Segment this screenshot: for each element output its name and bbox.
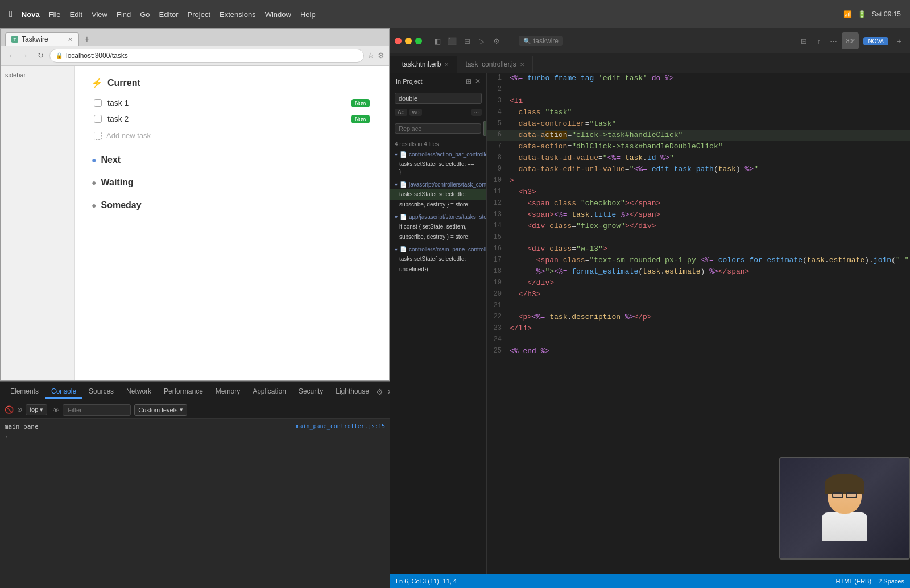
- extensions-button[interactable]: ⚙: [378, 51, 384, 60]
- webcam-overlay: [779, 457, 910, 560]
- apple-icon[interactable]: : [9, 9, 13, 19]
- menu-editor[interactable]: Editor: [159, 10, 179, 19]
- play-icon[interactable]: ▷: [475, 35, 488, 47]
- menu-edit[interactable]: Edit: [70, 10, 82, 19]
- person-hair: [825, 474, 864, 494]
- file-search-input[interactable]: [395, 93, 482, 104]
- editor-tabs: _task.html.erb ✕ task_controller.js ✕: [390, 53, 910, 73]
- code-line-12: 12 <span class="checkbox"></span>: [487, 198, 910, 209]
- result-path-2[interactable]: ▾ 📄 javascript/controllers/task_controll…: [390, 180, 486, 189]
- devtools-tab-application[interactable]: Application: [247, 385, 292, 399]
- devtools-tab-sources[interactable]: Sources: [83, 385, 119, 399]
- devtools-tab-security[interactable]: Security: [293, 385, 329, 399]
- result-match[interactable]: tasks.setState{ selectedId:: [390, 254, 486, 264]
- task-2-checkbox[interactable]: [94, 115, 102, 123]
- log-source[interactable]: main_pane_controller.js:15: [296, 423, 385, 430]
- devtools-console-toolbar: 🚫 ⊘ top ▾ 👁 Custom levels ▾: [0, 401, 390, 419]
- menu-project[interactable]: Project: [188, 10, 210, 19]
- line-num-1: 1: [487, 73, 507, 84]
- menu-find[interactable]: Find: [117, 10, 131, 19]
- menu-extensions[interactable]: Extensions: [220, 10, 256, 19]
- settings-icon[interactable]: ⚙: [490, 35, 503, 47]
- url-text: localhost:3000/tasks: [66, 52, 128, 60]
- minimize-traffic-light[interactable]: [405, 38, 412, 44]
- tab-task-html-close[interactable]: ✕: [444, 61, 449, 68]
- code-line-21: 21: [487, 300, 910, 312]
- editor-toolbar-icons: ◧ ⬛ ⊟ ▷ ⚙: [431, 35, 503, 47]
- options-toggle[interactable]: ···: [471, 109, 482, 116]
- result-match[interactable]: subscribe, destroy } = store;: [390, 232, 486, 242]
- result-match[interactable]: tasks.setState{ selectedId: == }: [390, 159, 486, 177]
- menu-nova[interactable]: Nova: [22, 10, 40, 19]
- extensions-icon[interactable]: ⊞: [797, 35, 810, 47]
- devtools-tab-lighthouse[interactable]: Lighthouse: [330, 385, 375, 399]
- match-case-toggle[interactable]: A↕: [395, 109, 407, 116]
- editor-titlebar: ◧ ⬛ ⊟ ▷ ⚙ 🔍 taskwire ⊞ ↑ ⋯ 80° NOVA +: [390, 28, 910, 53]
- close-traffic-light[interactable]: [395, 38, 402, 44]
- code-line-15: 15: [487, 232, 910, 243]
- status-encoding[interactable]: HTML (ERB): [836, 578, 872, 585]
- browser-tab-taskwire[interactable]: T Taskwire ✕: [5, 32, 79, 46]
- search-bar-text: taskwire: [533, 37, 559, 45]
- devtools-tab-performance[interactable]: Performance: [158, 385, 209, 399]
- new-tab-button[interactable]: +: [80, 32, 94, 46]
- menu-view[interactable]: View: [92, 10, 107, 19]
- line-num-5: 5: [487, 118, 507, 130]
- result-match[interactable]: tasks.setState{ selectedId:: [390, 189, 486, 200]
- devtools-tab-network[interactable]: Network: [121, 385, 157, 399]
- user-avatar[interactable]: 80°: [842, 32, 859, 49]
- menu-window[interactable]: Window: [265, 10, 291, 19]
- maximize-traffic-light[interactable]: [415, 38, 422, 44]
- more-icon[interactable]: ⋯: [827, 35, 839, 47]
- status-spaces[interactable]: 2 Spaces: [878, 578, 904, 585]
- result-match[interactable]: if const { setState, setItem,: [390, 222, 486, 232]
- panel-close-icon[interactable]: ✕: [475, 77, 481, 85]
- person-body: [822, 512, 867, 541]
- line-content-23: </li>: [507, 323, 910, 334]
- menu-help[interactable]: Help: [300, 10, 316, 19]
- result-path-1[interactable]: ▾ 📄 controllers/action_bar_controller.rb: [390, 150, 486, 159]
- result-path-3[interactable]: ▾ 📄 app/javascript/stores/tasks_store.js: [390, 212, 486, 222]
- menu-go[interactable]: Go: [140, 10, 150, 19]
- nova-badge[interactable]: NOVA: [863, 37, 888, 45]
- eye-icon[interactable]: 👁: [53, 407, 59, 413]
- forward-button[interactable]: ›: [20, 50, 31, 61]
- result-match[interactable]: undefined}): [390, 264, 486, 275]
- terminal-icon[interactable]: ⬛: [446, 35, 458, 47]
- console-context-selector[interactable]: top ▾: [26, 404, 47, 415]
- menu-file[interactable]: File: [49, 10, 61, 19]
- sidebar-toggle-icon[interactable]: ◧: [431, 35, 444, 47]
- person-head: [828, 477, 862, 514]
- word-match-toggle[interactable]: wo: [410, 109, 423, 116]
- devtools-tab-console[interactable]: Console: [46, 385, 82, 399]
- result-group-2: ▾ 📄 javascript/controllers/task_controll…: [390, 180, 486, 210]
- editor-search-bar[interactable]: 🔍 taskwire: [519, 36, 563, 46]
- console-level-selector[interactable]: Custom levels ▾: [134, 404, 187, 416]
- result-match[interactable]: subscribe, destroy } = store;: [390, 200, 486, 210]
- tab-task-html[interactable]: _task.html.erb ✕: [390, 56, 457, 73]
- tab-task-controller-close[interactable]: ✕: [520, 61, 524, 68]
- back-button[interactable]: ‹: [5, 50, 16, 61]
- reload-button[interactable]: ↻: [35, 50, 46, 61]
- panel-options-icon[interactable]: ⊞: [466, 77, 471, 85]
- tab-close-button[interactable]: ✕: [68, 36, 73, 43]
- add-task-button[interactable]: Add new task: [92, 129, 372, 142]
- editor-top-right-icons: ⊞ ↑ ⋯ 80° NOVA +: [797, 32, 905, 49]
- line-content-21: [507, 300, 910, 312]
- task-1-checkbox[interactable]: [94, 99, 102, 107]
- code-line-5: 5 data-controller="task": [487, 118, 910, 130]
- devtools-tab-memory[interactable]: Memory: [210, 385, 246, 399]
- zoom-in-icon[interactable]: +: [893, 35, 905, 47]
- share-icon[interactable]: ↑: [812, 35, 825, 47]
- devtools-settings-button[interactable]: ⚙: [376, 387, 383, 396]
- replace-input[interactable]: [395, 123, 481, 134]
- tab-task-controller[interactable]: task_controller.js ✕: [457, 56, 532, 73]
- split-icon[interactable]: ⊟: [461, 35, 473, 47]
- line-content-6: data-action="click->task#handleClick": [507, 130, 910, 141]
- console-filter-input[interactable]: [63, 404, 131, 416]
- address-bar[interactable]: 🔒 localhost:3000/tasks: [49, 49, 364, 63]
- devtools-tab-elements[interactable]: Elements: [5, 385, 44, 399]
- result-path-4[interactable]: ▾ 📄 controllers/main_pane_controller.rb: [390, 245, 486, 254]
- bookmark-button[interactable]: ☆: [367, 51, 374, 60]
- console-clear-icon[interactable]: 🚫: [5, 405, 14, 414]
